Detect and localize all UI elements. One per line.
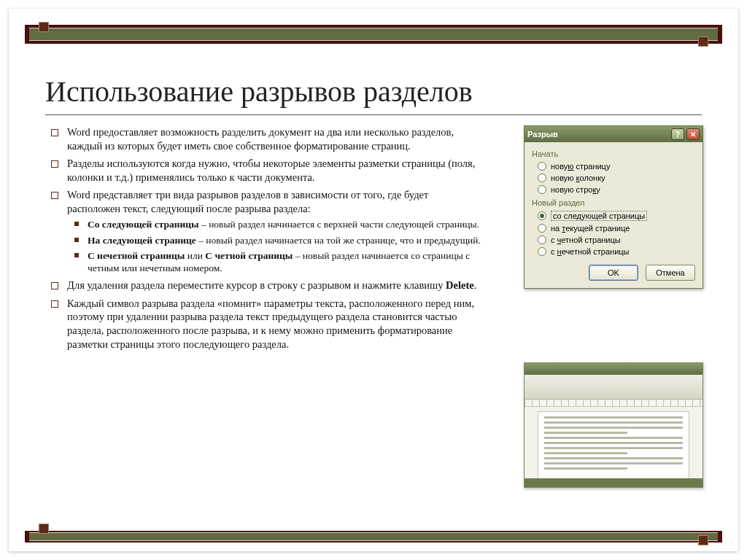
term: Delete: [446, 279, 474, 291]
text: Word предоставляет возможность разделить…: [67, 126, 454, 152]
mini-statusbar: [525, 478, 703, 487]
text: .: [474, 279, 477, 291]
decor-square-tl: [39, 22, 49, 32]
radio-new-line[interactable]: новую строку: [532, 184, 695, 195]
radio-icon: [538, 174, 546, 182]
decor-square-tr: [698, 36, 708, 47]
body-text: Word предоставляет возможность разделить…: [45, 125, 483, 355]
dialog-title: Разрыв: [527, 130, 558, 139]
word-window-thumbnail: [524, 362, 703, 488]
text: или: [185, 250, 205, 261]
radio-even-page[interactable]: с четной страницы: [532, 234, 695, 246]
mini-ruler: [525, 400, 703, 407]
radio-icon: [538, 211, 546, 220]
bullet-item: Для удаления раздела переместите курсор …: [45, 279, 483, 292]
term: Со следующей страницы: [88, 219, 199, 230]
ok-button[interactable]: OK: [589, 265, 638, 281]
slide-title: Использование разрывов разделов: [45, 74, 473, 109]
dialog-titlebar[interactable]: Разрыв ? ✕: [525, 126, 703, 142]
radio-icon: [538, 162, 546, 171]
break-dialog: Разрыв ? ✕ Начать новую страницу новую к…: [524, 125, 703, 289]
bullet-item: Разделы используются когда нужно, чтобы …: [45, 157, 483, 184]
decor-bar-bottom-inner: [29, 532, 718, 541]
label: OK: [608, 268, 619, 277]
bullet-item: Word предоставляет возможность разделить…: [45, 125, 483, 152]
mini-titlebar: [525, 363, 703, 375]
radio-next-page[interactable]: со следующей страницы: [532, 209, 695, 222]
text: Разделы используются когда нужно, чтобы …: [67, 158, 475, 183]
group-label-start: Начать: [532, 149, 695, 158]
decor-square-bl: [39, 524, 49, 534]
radio-icon: [538, 185, 546, 194]
text: – новый раздел начинается на той же стра…: [196, 235, 481, 246]
sub-bullet: На следующей странице – новый раздел нач…: [67, 234, 483, 246]
cancel-button[interactable]: Отмена: [646, 265, 695, 281]
decor-bar-top-inner: [29, 28, 718, 41]
radio-new-column[interactable]: новую колонку: [532, 172, 695, 184]
text: – новый раздел начинается с верхней част…: [199, 219, 479, 230]
radio-icon: [538, 236, 546, 244]
radio-icon: [538, 247, 546, 256]
text: Word представляет три вида разрывов разд…: [67, 189, 428, 214]
label: Отмена: [656, 268, 684, 277]
close-button[interactable]: ✕: [686, 128, 700, 140]
term: С четной страницы: [205, 250, 293, 261]
radio-new-page[interactable]: новую страницу: [532, 160, 695, 172]
mini-toolbar: [525, 375, 703, 400]
term: На следующей странице: [88, 235, 196, 246]
text: Для удаления раздела переместите курсор …: [67, 279, 446, 291]
title-underline: [45, 114, 702, 115]
mini-page: [538, 411, 689, 481]
slide: Использование разрывов разделов Word пре…: [9, 9, 738, 551]
decor-square-br: [698, 535, 708, 545]
dialog-body: Начать новую страницу новую колонку нову…: [525, 142, 703, 288]
radio-icon: [538, 224, 546, 233]
sub-bullet: Со следующей страницы – новый раздел нач…: [67, 218, 483, 230]
bullet-item: Word представляет три вида разрывов разд…: [45, 188, 483, 274]
text: Каждый символ разрыва раздела «помнит» п…: [67, 298, 474, 350]
sub-bullet: С нечетной страницы или С четной страниц…: [67, 249, 483, 275]
help-button[interactable]: ?: [671, 128, 684, 140]
term: С нечетной страницы: [88, 250, 185, 261]
close-icon: ✕: [690, 131, 696, 139]
bullet-item: Каждый символ разрыва раздела «помнит» п…: [45, 297, 483, 351]
radio-odd-page[interactable]: с нечетной страницы: [532, 246, 695, 257]
group-label-section: Новый раздел: [532, 198, 695, 207]
help-icon: ?: [676, 131, 680, 139]
radio-current-page[interactable]: на текущей странице: [532, 222, 695, 234]
